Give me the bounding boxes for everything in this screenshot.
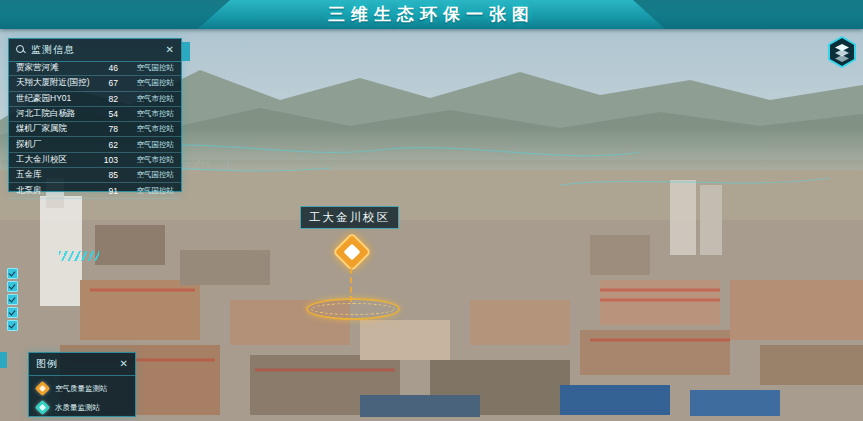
- marker-diamond-icon: [35, 381, 51, 397]
- marker-diamond-icon: [35, 400, 51, 416]
- station-row[interactable]: 五金库85空气国控站: [9, 168, 181, 183]
- station-type: 空气国控站: [122, 63, 174, 73]
- legend-list: 空气质量监测站水质量监测站: [29, 376, 135, 420]
- station-panel-header: 监测信息 ✕: [9, 39, 181, 62]
- station-row[interactable]: 煤机厂家属院78空气市控站: [9, 122, 181, 137]
- station-list: 贾家营河滩46空气国控站天翔大厦附近(国控)67空气国控站世纪豪园HY0182空…: [9, 61, 181, 191]
- station-row[interactable]: 河北工院白杨路54空气市控站: [9, 107, 181, 122]
- close-icon[interactable]: ✕: [166, 45, 174, 55]
- panel-tab[interactable]: [182, 42, 190, 61]
- station-value: 54: [98, 109, 118, 119]
- legend-panel-header: 图例 ✕: [29, 353, 135, 376]
- checkbox-checked-icon[interactable]: [7, 268, 18, 279]
- pin-ground-ring: [306, 298, 400, 320]
- edge-tab[interactable]: [0, 352, 7, 368]
- checkbox-checked-icon[interactable]: [7, 320, 18, 331]
- map-pin-group: 工大金川校区: [298, 206, 408, 316]
- top-header: 三维生态环保一张图: [0, 0, 863, 29]
- station-value: 62: [98, 140, 118, 150]
- station-type: 空气国控站: [122, 186, 174, 196]
- station-name: 煤机厂家属院: [16, 123, 94, 135]
- station-value: 78: [98, 124, 118, 134]
- station-value: 85: [98, 170, 118, 180]
- station-name: 五金库: [16, 169, 94, 181]
- station-name: 贾家营河滩: [16, 62, 94, 74]
- station-name: 工大金川校区: [16, 154, 94, 166]
- station-row[interactable]: 探机厂62空气国控站: [9, 137, 181, 152]
- station-type: 空气国控站: [122, 140, 174, 150]
- search-icon[interactable]: [16, 45, 26, 55]
- legend-panel-title: 图例: [36, 357, 115, 371]
- checkbox-checked-icon[interactable]: [7, 281, 18, 292]
- station-row[interactable]: 贾家营河滩46空气国控站: [9, 61, 181, 76]
- checkbox-checked-icon[interactable]: [7, 294, 18, 305]
- station-row[interactable]: 世纪豪园HY0182空气市控站: [9, 92, 181, 107]
- station-row[interactable]: 天翔大厦附近(国控)67空气国控站: [9, 76, 181, 91]
- checkbox-checked-icon[interactable]: [7, 307, 18, 318]
- station-name: 天翔大厦附近(国控): [16, 77, 94, 89]
- legend-label: 水质量监测站: [55, 403, 100, 413]
- station-type: 空气国控站: [122, 170, 174, 180]
- station-value: 82: [98, 94, 118, 104]
- station-type: 空气市控站: [122, 109, 174, 119]
- station-name: 探机厂: [16, 139, 94, 151]
- station-type: 空气市控站: [122, 124, 174, 134]
- station-value: 91: [98, 186, 118, 196]
- hatch-decoration: [59, 251, 99, 261]
- station-name: 河北工院白杨路: [16, 108, 94, 120]
- station-row[interactable]: 北泵房91空气国控站: [9, 183, 181, 198]
- station-value: 67: [98, 78, 118, 88]
- pin-stem: [350, 268, 352, 302]
- legend-close-icon[interactable]: ✕: [120, 359, 128, 369]
- station-type: 空气市控站: [122, 94, 174, 104]
- station-row[interactable]: 工大金川校区103空气市控站: [9, 153, 181, 168]
- station-type: 空气国控站: [122, 78, 174, 88]
- station-list-panel: 监测信息 ✕ 贾家营河滩46空气国控站天翔大厦附近(国控)67空气国控站世纪豪园…: [8, 38, 182, 192]
- layers-hexagon-icon[interactable]: [826, 36, 858, 68]
- station-name: 世纪豪园HY01: [16, 93, 94, 105]
- legend-item: 空气质量监测站: [37, 379, 127, 398]
- page-title: 三维生态环保一张图: [328, 3, 535, 26]
- station-type: 空气市控站: [122, 155, 174, 165]
- station-value: 46: [98, 63, 118, 73]
- legend-item: 水质量监测站: [37, 398, 127, 417]
- station-value: 103: [98, 155, 118, 165]
- map-pin-label[interactable]: 工大金川校区: [300, 206, 399, 229]
- legend-label: 空气质量监测站: [55, 384, 108, 394]
- station-panel-title: 监测信息: [31, 43, 161, 57]
- app-window: 三维生态环保一张图 监测信息 ✕ 贾家营河滩46空气国控站天翔大厦附近(国控)6…: [0, 0, 863, 421]
- station-marker-icon[interactable]: [332, 232, 372, 272]
- station-name: 北泵房: [16, 185, 94, 197]
- map-legend-panel: 图例 ✕ 空气质量监测站水质量监测站: [28, 352, 136, 417]
